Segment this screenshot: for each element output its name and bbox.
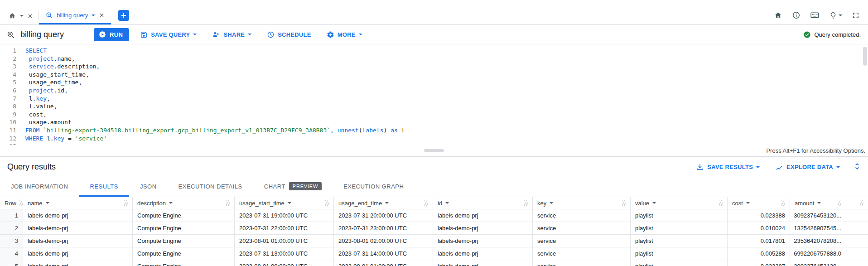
column-resize-handle[interactable]: [524, 200, 528, 206]
code-token: SELECT: [25, 47, 47, 54]
column-header-key[interactable]: key: [533, 197, 631, 209]
resize-handle[interactable]: [424, 149, 444, 152]
editor-scrollbar[interactable]: [863, 47, 867, 66]
home-icon[interactable]: [774, 11, 782, 19]
panel-splitter: Press Alt+F1 for Accessibility Options.: [0, 145, 868, 157]
code-token: [25, 63, 29, 70]
explore-data-button[interactable]: EXPLORE DATA: [771, 160, 844, 174]
cell-cost: 0.017801: [728, 235, 790, 247]
sql-editor[interactable]: SELECT project.name, service.description…: [21, 47, 868, 145]
column-menu-caret-icon[interactable]: [445, 202, 449, 204]
editor-code-line: FROM `billing-export-394518.billing_expo…: [25, 126, 868, 135]
tab-chart[interactable]: CHARTPREVIEW: [253, 177, 333, 197]
code-token: =: [64, 135, 75, 142]
column-header-description[interactable]: description: [133, 197, 235, 209]
tab-job-information[interactable]: JOB INFORMATION: [0, 177, 79, 197]
close-tab-icon[interactable]: [27, 13, 33, 19]
tab-execution-details[interactable]: EXECUTION DETAILS: [168, 177, 253, 197]
column-menu-caret-icon[interactable]: [652, 202, 656, 204]
editor-code-line: cost,: [25, 111, 868, 119]
column-menu-caret-icon[interactable]: [817, 202, 821, 204]
table-reference-link[interactable]: `billing-export-394518.billing_export.gc…: [43, 127, 330, 134]
expand-results-button[interactable]: [851, 160, 863, 174]
code-token: cost,: [25, 111, 47, 118]
column-header-value[interactable]: value: [631, 197, 728, 209]
unfold-more-icon: [853, 162, 862, 171]
editor-code-line: usage.amount: [25, 118, 868, 126]
save-results-button[interactable]: SAVE RESULTS: [691, 160, 764, 174]
column-label: key: [537, 200, 546, 207]
tab-label: CHART: [264, 183, 285, 190]
cell-cost: 0.023388: [728, 209, 790, 222]
save-query-button[interactable]: SAVE QUERY: [135, 28, 201, 41]
column-header-filler: [846, 197, 868, 209]
cell-name: labels-demo-prj: [23, 235, 133, 247]
column-resize-handle[interactable]: [838, 200, 841, 206]
chevron-down-icon[interactable]: [20, 15, 24, 17]
column-menu-caret-icon[interactable]: [46, 202, 49, 204]
editor-line-number: 1: [0, 47, 16, 55]
clock-icon: [267, 31, 275, 39]
column-header-usage_start_time[interactable]: usage_start_time: [235, 197, 334, 209]
code-token: [25, 87, 29, 94]
keyboard-icon[interactable]: [810, 10, 820, 20]
column-header-cost[interactable]: cost: [728, 197, 790, 209]
accessibility-hint: Press Alt+F1 for Accessibility Options.: [766, 147, 865, 154]
chevron-down-icon: [839, 15, 842, 16]
tab-billing-query[interactable]: billing query: [39, 7, 111, 24]
schedule-button[interactable]: SCHEDULE: [262, 28, 316, 41]
editor-code-line: usage_start_time,: [25, 71, 868, 79]
share-button[interactable]: SHARE: [207, 28, 256, 41]
run-label: RUN: [110, 31, 123, 38]
tab-label: JOB INFORMATION: [11, 183, 68, 190]
cell-filler: [846, 247, 868, 260]
column-header-name[interactable]: name: [23, 197, 133, 209]
more-button[interactable]: MORE: [322, 28, 367, 41]
column-header-usage_end_time[interactable]: usage_end_time: [334, 197, 433, 209]
column-menu-caret-icon[interactable]: [385, 202, 389, 204]
chevron-down-icon[interactable]: [92, 15, 95, 16]
code-token: project: [29, 87, 54, 94]
play-circle-icon: [98, 30, 106, 39]
column-resize-handle[interactable]: [325, 200, 329, 206]
schedule-label: SCHEDULE: [278, 31, 311, 38]
column-resize-handle[interactable]: [226, 200, 230, 206]
fullscreen-icon[interactable]: [852, 11, 860, 19]
home-tab[interactable]: [3, 7, 39, 24]
cell-cost: 0.023387: [728, 260, 790, 266]
code-token: service: [29, 63, 54, 70]
check-circle-icon: [803, 31, 811, 39]
column-resize-handle[interactable]: [124, 200, 128, 206]
info-icon[interactable]: [792, 11, 800, 19]
editor-line-number: 8: [0, 102, 16, 111]
tab-json[interactable]: JSON: [129, 177, 168, 197]
column-menu-caret-icon[interactable]: [746, 202, 750, 204]
tab-results[interactable]: RESULTS: [79, 177, 129, 197]
results-table-body: 1labels-demo-prjCompute Engine2023-07-31…: [0, 209, 868, 266]
column-resize-handle[interactable]: [781, 200, 785, 206]
column-menu-caret-icon[interactable]: [550, 202, 553, 204]
cell-usage_end_time: 2023-07-31 20:00:00 UTC: [334, 209, 433, 222]
column-resize-handle[interactable]: [860, 200, 863, 206]
column-resize-handle[interactable]: [622, 200, 626, 206]
column-menu-caret-icon[interactable]: [169, 202, 173, 204]
plus-icon: [121, 12, 127, 19]
column-header-id[interactable]: id: [433, 197, 533, 209]
code-token: as: [391, 127, 398, 134]
results-table: Rownamedescriptionusage_start_timeusage_…: [0, 197, 868, 266]
cell-usage_end_time: 2023-07-31 14:00:00 UTC: [334, 247, 433, 260]
column-resize-handle[interactable]: [424, 200, 428, 206]
column-resize-handle[interactable]: [719, 200, 723, 206]
column-label: cost: [732, 200, 743, 207]
column-header-amount[interactable]: amount: [790, 197, 846, 209]
run-button[interactable]: RUN: [94, 28, 129, 41]
column-resize-handle[interactable]: [19, 200, 23, 206]
new-tab-button[interactable]: [118, 10, 129, 21]
tab-execution-graph[interactable]: EXECUTION GRAPH: [333, 177, 415, 197]
cell-value: playlist: [631, 235, 728, 247]
cell-usage_start_time: 2023-07-31 22:00:00 UTC: [235, 222, 334, 235]
close-tab-icon[interactable]: [99, 12, 105, 18]
cell-id: labels-demo-prj: [433, 260, 533, 266]
assistant-menu[interactable]: [829, 11, 842, 19]
column-menu-caret-icon[interactable]: [288, 202, 291, 204]
